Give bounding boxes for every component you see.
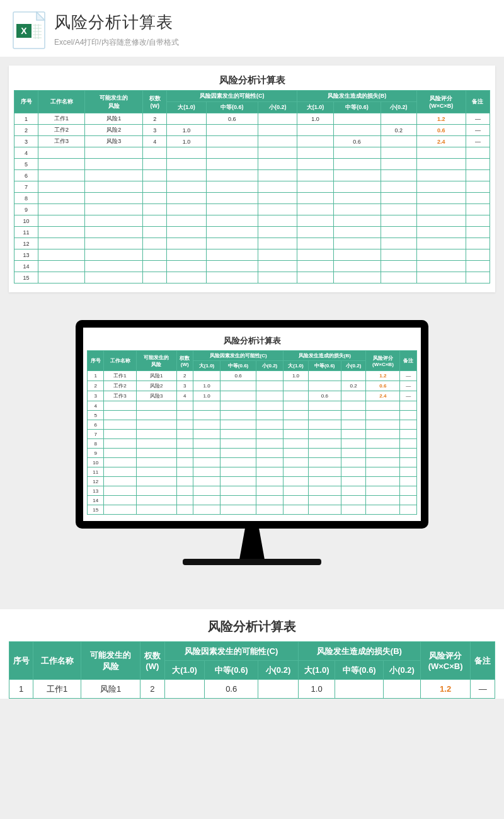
table-row: 15 (14, 272, 490, 284)
svg-text:X: X (21, 26, 27, 36)
risk-table: 序号 工作名称 可能发生的风险 权数(W) 风险因素发生的可能性(C) 风险发生… (14, 90, 490, 284)
table-row: 7 (14, 181, 490, 193)
table-row: 8 (88, 439, 417, 449)
table-row: 11 (14, 227, 490, 238)
table-row: 2工作2风险23 1.0 0.2 0.6— (88, 381, 417, 391)
table-row: 13 (14, 249, 490, 261)
table-row: 3工作3风险34 1.0 0.6 2.4— (14, 136, 490, 147)
table-row: 5 (14, 159, 490, 170)
table-row: 1工作1风险12 0.6 1.0 1.2— (14, 113, 490, 125)
sheet-preview-crop: 风险分析计算表 序号 工作名称 可能发生的风险 权数(W) 风险因素发生的可能性… (0, 609, 504, 699)
table-row: 7 (88, 430, 417, 439)
table-row: 1工作1风险12 0.6 1.0 1.2— (88, 371, 417, 381)
page-subtitle: Excel/A4打印/内容随意修改/自带格式 (54, 37, 179, 48)
table-row: 13 (88, 486, 417, 496)
table-row: 4 (14, 147, 490, 159)
table-row: 9 (14, 204, 490, 215)
table-row: 1工作1风险12 0.6 1.0 1.2— (9, 680, 495, 699)
table-row: 12 (14, 238, 490, 249)
table-row: 11 (88, 467, 417, 477)
sheet-title: 风险分析计算表 (14, 74, 490, 86)
table-row: 15 (88, 505, 417, 515)
table-row: 12 (88, 477, 417, 486)
table-row: 6 (14, 170, 490, 181)
risk-table-monitor: 序号 工作名称 可能发生的风险 权数(W) 风险因素发生的可能性(C) 风险发生… (87, 350, 417, 515)
table-row: 14 (88, 496, 417, 505)
table-row: 6 (88, 420, 417, 430)
risk-table-crop: 序号 工作名称 可能发生的风险 权数(W) 风险因素发生的可能性(C) 风险发生… (9, 641, 495, 699)
table-row: 9 (88, 449, 417, 458)
table-row: 10 (14, 215, 490, 227)
table-row: 14 (14, 261, 490, 272)
table-row: 4 (88, 401, 417, 411)
table-row: 5 (88, 411, 417, 420)
table-row: 3工作3风险34 1.0 0.6 2.4— (88, 391, 417, 401)
monitor-mockup: 风险分析计算表 序号 工作名称 可能发生的风险 权数(W) 风险因素发生的可能性… (0, 301, 504, 590)
page-header: X 风险分析计算表 Excel/A4打印/内容随意修改/自带格式 (0, 0, 504, 57)
sheet-title-crop: 风险分析计算表 (9, 618, 495, 635)
page-title: 风险分析计算表 (54, 11, 179, 33)
sheet-preview-main: 风险分析计算表 序号 工作名称 可能发生的风险 权数(W) 风险因素发生的可能性… (9, 66, 495, 292)
table-row: 2工作2风险23 1.0 0.2 0.6— (14, 125, 490, 136)
table-row: 8 (14, 193, 490, 204)
sheet-title-monitor: 风险分析计算表 (87, 335, 417, 346)
table-row: 10 (88, 458, 417, 467)
excel-file-icon: X (13, 11, 45, 49)
